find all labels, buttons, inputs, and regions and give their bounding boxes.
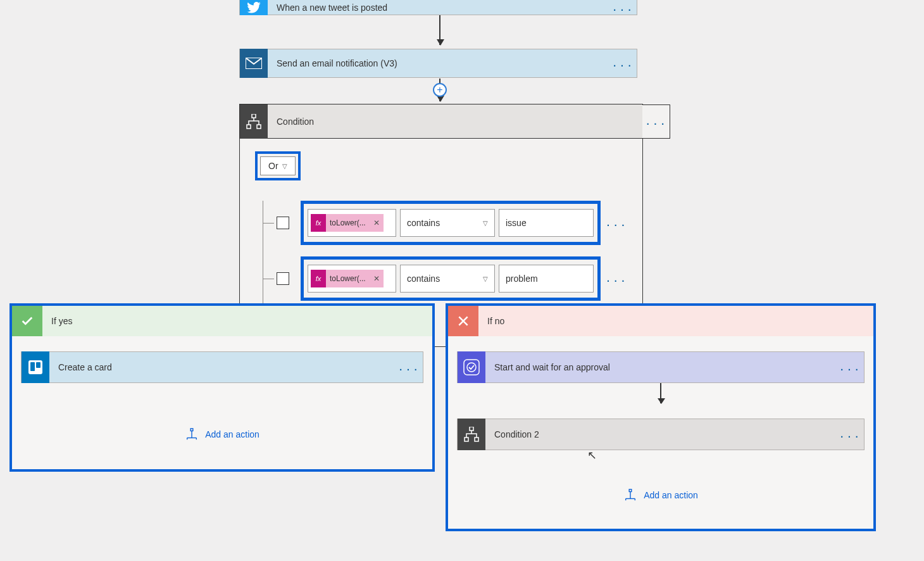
group-operator-dropdown[interactable]: Or ▽ <box>260 156 296 175</box>
svg-rect-3 <box>257 125 261 129</box>
trello-step-label: Create a card <box>49 362 395 372</box>
condition-value-input[interactable]: problem <box>499 265 594 293</box>
row-checkbox[interactable] <box>277 272 289 285</box>
close-icon <box>448 306 478 336</box>
fx-icon: fx <box>311 214 326 232</box>
if-yes-header: If yes <box>12 306 432 336</box>
fx-icon: fx <box>311 270 326 287</box>
condition-title: Condition <box>268 117 642 127</box>
condition-operator-dropdown[interactable]: contains ▽ <box>400 209 495 237</box>
condition-2-label: Condition 2 <box>485 429 836 439</box>
condition-left-operand[interactable]: fx toLower(... ✕ <box>308 265 396 293</box>
add-action-icon <box>185 427 199 441</box>
chevron-down-icon: ▽ <box>483 275 488 282</box>
condition-icon <box>240 104 268 139</box>
row-menu[interactable]: . . . <box>607 218 625 228</box>
svg-rect-1 <box>252 114 256 118</box>
operator-value: contains <box>407 218 440 228</box>
trigger-menu[interactable]: . . . <box>609 3 637 13</box>
trello-create-card-step[interactable]: Create a card . . . <box>21 351 423 383</box>
token-remove-button[interactable]: ✕ <box>370 274 384 283</box>
if-yes-branch: If yes Create a card . . . Add an action <box>9 303 435 472</box>
approval-step[interactable]: Start and wait for an approval . . . <box>457 351 865 383</box>
email-step[interactable]: Send an email notification (V3) . . . <box>239 49 637 78</box>
condition-menu[interactable]: . . . <box>642 104 670 139</box>
group-operator-value: Or <box>268 161 278 171</box>
add-action-icon <box>623 488 637 502</box>
condition-icon <box>458 419 485 450</box>
approval-icon <box>458 351 485 383</box>
svg-rect-7 <box>190 429 193 431</box>
condition-row-highlight: fx toLower(... ✕ contains ▽ problem <box>301 256 601 301</box>
add-action-yes-button[interactable]: Add an action <box>12 427 432 441</box>
connector-line <box>263 223 274 224</box>
email-icon <box>240 49 268 78</box>
fx-text: toLower(... <box>326 274 370 283</box>
operator-value: contains <box>407 274 440 284</box>
condition-2-step[interactable]: Condition 2 . . . <box>457 419 865 450</box>
svg-rect-11 <box>465 438 468 441</box>
svg-rect-2 <box>247 125 251 129</box>
email-label: Send an email notification (V3) <box>268 58 609 68</box>
if-no-header: If no <box>448 306 873 336</box>
trigger-twitter-step[interactable]: When a new tweet is posted . . . <box>239 0 637 15</box>
svg-rect-10 <box>470 427 473 431</box>
fx-expression-token[interactable]: fx toLower(... ✕ <box>311 270 384 287</box>
value-text: problem <box>506 274 538 284</box>
check-icon <box>12 306 42 336</box>
fx-text: toLower(... <box>326 218 370 227</box>
fx-expression-token[interactable]: fx toLower(... ✕ <box>311 214 384 232</box>
value-text: issue <box>506 218 527 228</box>
condition-row: fx toLower(... ✕ contains ▽ issue <box>274 201 627 245</box>
add-action-label: Add an action <box>644 490 698 500</box>
add-action-label: Add an action <box>205 429 259 439</box>
approval-step-label: Start and wait for an approval <box>485 362 836 372</box>
row-menu[interactable]: . . . <box>607 274 625 284</box>
chevron-down-icon: ▽ <box>282 163 287 170</box>
email-menu[interactable]: . . . <box>609 58 637 68</box>
add-step-button[interactable]: + <box>433 83 447 97</box>
twitter-icon <box>240 0 268 15</box>
approval-step-menu[interactable]: . . . <box>836 362 864 372</box>
flow-arrow <box>660 383 661 403</box>
svg-rect-5 <box>30 362 35 371</box>
if-no-branch: If no Start and wait for an approval . .… <box>446 303 876 531</box>
condition-row: fx toLower(... ✕ contains ▽ problem <box>274 256 627 301</box>
svg-rect-12 <box>475 438 478 441</box>
connector-line <box>263 279 274 279</box>
trello-icon <box>22 351 49 383</box>
trello-step-menu[interactable]: . . . <box>395 362 423 372</box>
if-no-title: If no <box>478 316 504 326</box>
row-checkbox[interactable] <box>277 217 289 229</box>
svg-rect-13 <box>629 489 632 492</box>
flow-arrow <box>439 15 440 45</box>
svg-rect-6 <box>36 362 41 368</box>
condition-row-highlight: fx toLower(... ✕ contains ▽ issue <box>301 201 601 245</box>
condition-2-menu[interactable]: . . . <box>836 429 864 439</box>
add-action-no-button[interactable]: Add an action <box>448 488 873 502</box>
svg-rect-8 <box>464 360 479 375</box>
condition-header[interactable]: Condition <box>240 104 642 139</box>
token-remove-button[interactable]: ✕ <box>370 218 384 227</box>
group-operator-highlight: Or ▽ <box>255 151 301 180</box>
svg-point-9 <box>467 363 476 372</box>
trigger-label: When a new tweet is posted <box>268 3 609 13</box>
condition-value-input[interactable]: issue <box>499 209 594 237</box>
chevron-down-icon: ▽ <box>483 220 488 227</box>
condition-operator-dropdown[interactable]: contains ▽ <box>400 265 495 293</box>
if-yes-title: If yes <box>42 316 72 326</box>
condition-left-operand[interactable]: fx toLower(... ✕ <box>308 209 396 237</box>
